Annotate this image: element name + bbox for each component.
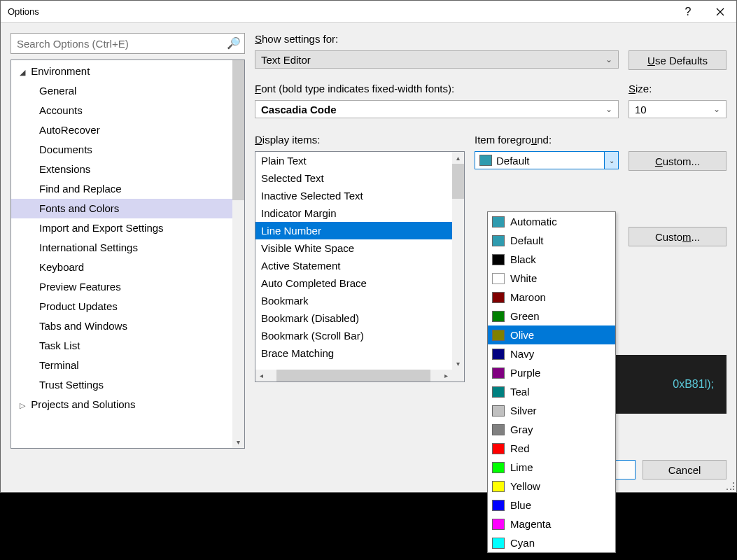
resize-grip[interactable] (727, 482, 735, 491)
item-foreground-label: Item foreground: (475, 134, 619, 146)
search-icon: 🔍 (227, 36, 241, 50)
tree-item[interactable]: AutoRecover (11, 120, 244, 140)
item-foreground-dropdown[interactable]: Default ⌄ (475, 151, 619, 169)
color-option[interactable]: Navy (488, 344, 615, 363)
font-dropdown[interactable]: Cascadia Code ⌄ (255, 100, 619, 118)
display-item[interactable]: Bookmark (255, 292, 452, 309)
custom-background-button[interactable]: Custom... (629, 227, 727, 246)
left-pane: 🔍 ◢ EnvironmentGeneralAccountsAutoRecove… (10, 33, 245, 449)
tree-item[interactable]: Keyboard (11, 258, 244, 277)
item-foreground-value: Default (496, 155, 604, 167)
size-dropdown[interactable]: 10 ⌄ (629, 100, 727, 118)
tree-root-environment[interactable]: ◢ Environment (11, 62, 244, 81)
color-option[interactable]: Green (488, 307, 615, 326)
chevron-down-icon: ⌄ (605, 104, 612, 114)
display-item[interactable]: Inactive Selected Text (255, 187, 452, 204)
listbox-hscroll[interactable]: ◂▸ (255, 370, 452, 382)
close-icon (716, 8, 724, 16)
show-settings-label: how settings for: (262, 33, 338, 45)
chevron-down-icon: ⌄ (604, 152, 618, 169)
category-tree[interactable]: ◢ EnvironmentGeneralAccountsAutoRecoverD… (10, 59, 245, 449)
display-item[interactable]: Active Statement (255, 257, 452, 274)
tree-item[interactable]: Documents (11, 140, 244, 160)
color-option[interactable]: White (488, 269, 615, 288)
display-item[interactable]: Indicator Margin (255, 204, 452, 222)
color-option[interactable]: Blue (488, 496, 615, 514)
color-option[interactable]: Cyan (488, 533, 615, 552)
color-option[interactable]: Black (488, 250, 615, 269)
search-input[interactable] (10, 33, 245, 54)
tree-item[interactable]: Trust Settings (11, 375, 244, 395)
tree-item[interactable]: International Settings (11, 238, 244, 258)
close-button[interactable] (704, 1, 736, 23)
tree-item[interactable]: Accounts (11, 101, 244, 120)
tree-item[interactable]: Terminal (11, 356, 244, 375)
show-settings-value: Text Editor (261, 54, 311, 66)
help-button[interactable]: ? (672, 1, 704, 23)
chevron-down-icon: ⌄ (605, 55, 612, 64)
color-option[interactable]: Default (488, 231, 615, 250)
display-item[interactable]: Selected Text (255, 169, 452, 187)
display-item[interactable]: Auto Completed Brace (255, 274, 452, 292)
size-value: 10 (635, 104, 647, 115)
foreground-swatch (479, 155, 492, 166)
color-option[interactable]: Purple (488, 363, 615, 382)
display-item[interactable]: Visible White Space (255, 239, 452, 257)
options-dialog: Options ? 🔍 ◢ EnvironmentGeneralAccounts… (0, 0, 737, 493)
display-item[interactable]: Brace Matching (255, 344, 452, 362)
custom-foreground-button[interactable]: Custom... (629, 151, 727, 171)
tree-scrollbar[interactable]: ▴ ▾ (232, 60, 244, 448)
tree-item[interactable]: General (11, 81, 244, 101)
tree-item[interactable]: Product Updates (11, 297, 244, 316)
tree-item[interactable]: Task List (11, 336, 244, 356)
color-option[interactable]: Silver (488, 401, 615, 420)
cancel-button[interactable]: Cancel (643, 460, 727, 479)
window-title: Options (8, 6, 39, 17)
color-option[interactable]: Automatic (488, 212, 615, 231)
display-item[interactable]: Plain Text (255, 152, 452, 169)
color-option[interactable]: Gray (488, 420, 615, 439)
color-option[interactable]: Lime (488, 458, 615, 477)
color-option[interactable]: Magenta (488, 514, 615, 533)
font-label-rest: ont (bold type indicates fixed-width fon… (261, 83, 454, 94)
display-item[interactable]: Bookmark (Disabled) (255, 309, 452, 327)
tree-item[interactable]: Find and Replace (11, 179, 244, 199)
tree-root-projects[interactable]: ▷ Projects and Solutions (11, 395, 244, 414)
tree-item[interactable]: Import and Export Settings (11, 218, 244, 238)
color-dropdown-popup[interactable]: AutomaticDefaultBlackWhiteMaroonGreenOli… (487, 211, 616, 553)
titlebar: Options ? (1, 1, 736, 23)
display-item[interactable]: Bookmark (Scroll Bar) (255, 327, 452, 344)
color-option[interactable]: Maroon (488, 288, 615, 307)
tree-item[interactable]: Tabs and Windows (11, 316, 244, 336)
tree-item[interactable]: Preview Features (11, 277, 244, 297)
display-items-listbox[interactable]: Plain TextSelected TextInactive Selected… (255, 151, 465, 382)
use-defaults-button[interactable]: Use Defaults (629, 50, 727, 70)
show-settings-dropdown[interactable]: Text Editor ⌄ (255, 50, 619, 69)
font-value: Cascadia Code (261, 104, 337, 115)
tree-item[interactable]: Extensions (11, 160, 244, 179)
listbox-vscroll[interactable]: ▴▾ (452, 152, 464, 370)
color-option[interactable]: Olive (488, 326, 615, 344)
display-item[interactable]: Line Number (255, 222, 452, 239)
tree-item[interactable]: Fonts and Colors (11, 199, 244, 218)
dialog-footer: OK Cancel (1, 457, 736, 492)
color-option[interactable]: Teal (488, 382, 615, 401)
color-option[interactable]: Yellow (488, 477, 615, 496)
color-option[interactable]: Red (488, 439, 615, 458)
chevron-down-icon: ⌄ (713, 104, 720, 114)
content-area: 🔍 ◢ EnvironmentGeneralAccountsAutoRecove… (1, 23, 736, 457)
